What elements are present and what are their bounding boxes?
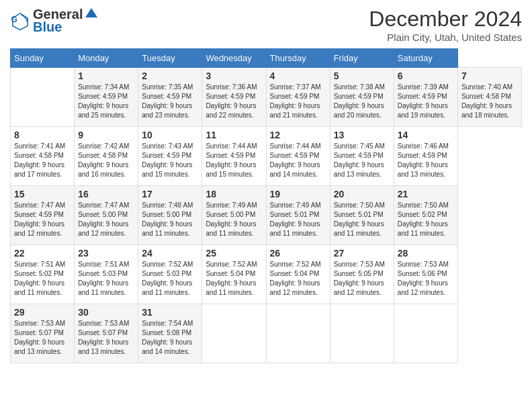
table-row: 4Sunrise: 7:37 AM Sunset: 4:59 PM Daylig… bbox=[266, 68, 330, 127]
col-saturday: Saturday bbox=[394, 49, 457, 68]
table-row: 8Sunrise: 7:41 AM Sunset: 4:58 PM Daylig… bbox=[11, 127, 75, 186]
col-monday: Monday bbox=[75, 49, 138, 68]
col-wednesday: Wednesday bbox=[202, 49, 266, 68]
day-number: 19 bbox=[270, 189, 326, 199]
logo-triangle bbox=[84, 7, 99, 19]
day-info: Sunrise: 7:41 AM Sunset: 4:58 PM Dayligh… bbox=[14, 142, 71, 179]
day-number: 10 bbox=[142, 130, 198, 140]
day-number: 23 bbox=[78, 248, 134, 259]
calendar-week-3: 15Sunrise: 7:47 AM Sunset: 4:59 PM Dayli… bbox=[11, 186, 522, 245]
day-number: 31 bbox=[142, 307, 198, 318]
day-info: Sunrise: 7:53 AM Sunset: 5:06 PM Dayligh… bbox=[398, 260, 454, 298]
col-sunday: Sunday bbox=[11, 49, 75, 68]
table-row: 27Sunrise: 7:53 AM Sunset: 5:05 PM Dayli… bbox=[330, 245, 394, 304]
table-row: 17Sunrise: 7:48 AM Sunset: 5:00 PM Dayli… bbox=[138, 186, 202, 245]
day-number: 27 bbox=[334, 248, 390, 259]
day-info: Sunrise: 7:49 AM Sunset: 5:01 PM Dayligh… bbox=[270, 201, 326, 238]
table-row: 2Sunrise: 7:35 AM Sunset: 4:59 PM Daylig… bbox=[138, 68, 202, 127]
day-number: 22 bbox=[14, 248, 71, 259]
table-row: 11Sunrise: 7:44 AM Sunset: 4:59 PM Dayli… bbox=[202, 127, 266, 186]
title-section: December 2024 Plain City, Utah, United S… bbox=[369, 7, 522, 43]
day-info: Sunrise: 7:39 AM Sunset: 4:59 PM Dayligh… bbox=[398, 83, 454, 120]
day-info: Sunrise: 7:51 AM Sunset: 5:03 PM Dayligh… bbox=[78, 260, 134, 298]
day-number: 26 bbox=[270, 248, 326, 259]
logo-text-block: General Blue bbox=[33, 7, 101, 35]
day-info: Sunrise: 7:50 AM Sunset: 5:02 PM Dayligh… bbox=[398, 201, 454, 238]
day-info: Sunrise: 7:40 AM Sunset: 4:58 PM Dayligh… bbox=[461, 83, 518, 120]
col-tuesday: Tuesday bbox=[138, 49, 202, 68]
table-row: 1Sunrise: 7:34 AM Sunset: 4:59 PM Daylig… bbox=[75, 68, 138, 127]
day-number: 9 bbox=[78, 130, 134, 140]
table-row: 5Sunrise: 7:38 AM Sunset: 4:59 PM Daylig… bbox=[330, 68, 394, 127]
header-row: Sunday Monday Tuesday Wednesday Thursday… bbox=[11, 49, 522, 68]
day-info: Sunrise: 7:47 AM Sunset: 5:00 PM Dayligh… bbox=[78, 201, 134, 238]
logo: G General Blue bbox=[10, 7, 101, 35]
calendar-week-5: 29Sunrise: 7:53 AM Sunset: 5:07 PM Dayli… bbox=[11, 304, 522, 363]
day-number: 17 bbox=[142, 189, 198, 199]
day-info: Sunrise: 7:53 AM Sunset: 5:05 PM Dayligh… bbox=[334, 260, 390, 298]
table-row: 31Sunrise: 7:54 AM Sunset: 5:08 PM Dayli… bbox=[138, 304, 202, 363]
month-title: December 2024 bbox=[369, 7, 522, 32]
day-number: 6 bbox=[398, 71, 454, 81]
calendar-week-4: 22Sunrise: 7:51 AM Sunset: 5:02 PM Dayli… bbox=[11, 245, 522, 304]
table-row: 19Sunrise: 7:49 AM Sunset: 5:01 PM Dayli… bbox=[266, 186, 330, 245]
day-number: 29 bbox=[14, 307, 71, 318]
day-number: 20 bbox=[334, 189, 390, 199]
table-row: 28Sunrise: 7:53 AM Sunset: 5:06 PM Dayli… bbox=[394, 245, 457, 304]
table-row bbox=[266, 304, 330, 363]
calendar-week-2: 8Sunrise: 7:41 AM Sunset: 4:58 PM Daylig… bbox=[11, 127, 522, 186]
table-row: 16Sunrise: 7:47 AM Sunset: 5:00 PM Dayli… bbox=[75, 186, 138, 245]
table-row: 20Sunrise: 7:50 AM Sunset: 5:01 PM Dayli… bbox=[330, 186, 394, 245]
page-container: G General Blue December 2024 Plain City,… bbox=[0, 0, 532, 370]
day-number: 14 bbox=[398, 130, 454, 140]
day-number: 13 bbox=[334, 130, 390, 140]
day-info: Sunrise: 7:53 AM Sunset: 5:07 PM Dayligh… bbox=[14, 319, 71, 357]
day-number: 18 bbox=[206, 189, 262, 199]
logo-icon: G bbox=[10, 11, 30, 31]
day-info: Sunrise: 7:43 AM Sunset: 4:59 PM Dayligh… bbox=[142, 142, 198, 179]
table-row: 13Sunrise: 7:45 AM Sunset: 4:59 PM Dayli… bbox=[330, 127, 394, 186]
day-info: Sunrise: 7:51 AM Sunset: 5:02 PM Dayligh… bbox=[14, 260, 71, 298]
table-row: 10Sunrise: 7:43 AM Sunset: 4:59 PM Dayli… bbox=[138, 127, 202, 186]
day-info: Sunrise: 7:44 AM Sunset: 4:59 PM Dayligh… bbox=[206, 142, 262, 179]
day-info: Sunrise: 7:52 AM Sunset: 5:04 PM Dayligh… bbox=[206, 260, 262, 298]
table-row: 29Sunrise: 7:53 AM Sunset: 5:07 PM Dayli… bbox=[11, 304, 75, 363]
day-number: 28 bbox=[398, 248, 454, 259]
day-info: Sunrise: 7:42 AM Sunset: 4:58 PM Dayligh… bbox=[78, 142, 134, 179]
table-row: 9Sunrise: 7:42 AM Sunset: 4:58 PM Daylig… bbox=[75, 127, 138, 186]
day-number: 30 bbox=[78, 307, 134, 318]
day-info: Sunrise: 7:37 AM Sunset: 4:59 PM Dayligh… bbox=[270, 83, 326, 120]
table-row: 12Sunrise: 7:44 AM Sunset: 4:59 PM Dayli… bbox=[266, 127, 330, 186]
day-info: Sunrise: 7:44 AM Sunset: 4:59 PM Dayligh… bbox=[270, 142, 326, 179]
day-number: 15 bbox=[14, 189, 71, 199]
day-number: 2 bbox=[142, 71, 198, 81]
day-number: 4 bbox=[270, 71, 326, 81]
table-row bbox=[202, 304, 266, 363]
day-number: 24 bbox=[142, 248, 198, 259]
day-info: Sunrise: 7:46 AM Sunset: 4:59 PM Dayligh… bbox=[398, 142, 454, 179]
col-thursday: Thursday bbox=[266, 49, 330, 68]
table-row: 3Sunrise: 7:36 AM Sunset: 4:59 PM Daylig… bbox=[202, 68, 266, 127]
table-row: 14Sunrise: 7:46 AM Sunset: 4:59 PM Dayli… bbox=[394, 127, 457, 186]
day-number: 7 bbox=[461, 71, 518, 81]
svg-marker-2 bbox=[85, 8, 97, 17]
table-row: 21Sunrise: 7:50 AM Sunset: 5:02 PM Dayli… bbox=[394, 186, 457, 245]
col-friday: Friday bbox=[330, 49, 394, 68]
day-info: Sunrise: 7:50 AM Sunset: 5:01 PM Dayligh… bbox=[334, 201, 390, 238]
day-info: Sunrise: 7:35 AM Sunset: 4:59 PM Dayligh… bbox=[142, 83, 198, 120]
day-info: Sunrise: 7:45 AM Sunset: 4:59 PM Dayligh… bbox=[334, 142, 390, 179]
day-info: Sunrise: 7:54 AM Sunset: 5:08 PM Dayligh… bbox=[142, 319, 198, 357]
day-number: 5 bbox=[334, 71, 390, 81]
header: G General Blue December 2024 Plain City,… bbox=[10, 7, 522, 43]
day-number: 25 bbox=[206, 248, 262, 259]
table-row: 24Sunrise: 7:52 AM Sunset: 5:03 PM Dayli… bbox=[138, 245, 202, 304]
table-row: 26Sunrise: 7:52 AM Sunset: 5:04 PM Dayli… bbox=[266, 245, 330, 304]
calendar-body: 1Sunrise: 7:34 AM Sunset: 4:59 PM Daylig… bbox=[11, 68, 522, 363]
day-number: 12 bbox=[270, 130, 326, 140]
day-number: 3 bbox=[206, 71, 262, 81]
day-info: Sunrise: 7:52 AM Sunset: 5:03 PM Dayligh… bbox=[142, 260, 198, 298]
day-info: Sunrise: 7:47 AM Sunset: 4:59 PM Dayligh… bbox=[14, 201, 71, 238]
day-number: 8 bbox=[14, 130, 71, 140]
day-info: Sunrise: 7:34 AM Sunset: 4:59 PM Dayligh… bbox=[78, 83, 134, 120]
day-info: Sunrise: 7:38 AM Sunset: 4:59 PM Dayligh… bbox=[334, 83, 390, 120]
